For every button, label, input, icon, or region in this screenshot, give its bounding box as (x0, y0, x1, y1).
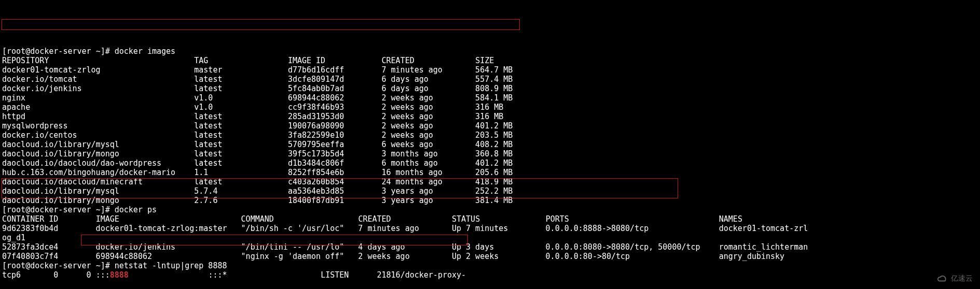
command-netstat: netstat -lntup|grep 8888 (115, 261, 227, 270)
terminal[interactable]: [root@docker-server ~]# docker images RE… (0, 37, 980, 280)
highlight-image-row (2, 19, 520, 30)
images-header: REPOSITORY TAG IMAGE ID CREATED SIZE (2, 56, 494, 65)
docker-ps-output: 9d62383f0b4d docker01-tomcat-zrlog:maste… (2, 224, 980, 261)
docker-images-output: docker01-tomcat-zrlog master d77b6d16cdf… (2, 65, 980, 205)
prompt-line: [root@docker-server ~]# (2, 47, 115, 56)
watermark: 亿速云 (936, 272, 973, 284)
command-docker-images: docker images (115, 47, 175, 56)
prompt-line: [root@docker-server ~]# (2, 261, 115, 270)
cloud-icon (936, 272, 948, 284)
netstat-output: tcp6 0 0 :::8888 :::* LISTEN 21816/docke… (2, 270, 466, 280)
ps-header: CONTAINER ID IMAGE COMMAND CREATED STATU… (2, 214, 742, 224)
port-highlight: 8888 (110, 270, 129, 280)
prompt-line: [root@docker-server ~]# (2, 205, 115, 214)
command-docker-ps: docker ps (115, 205, 157, 214)
